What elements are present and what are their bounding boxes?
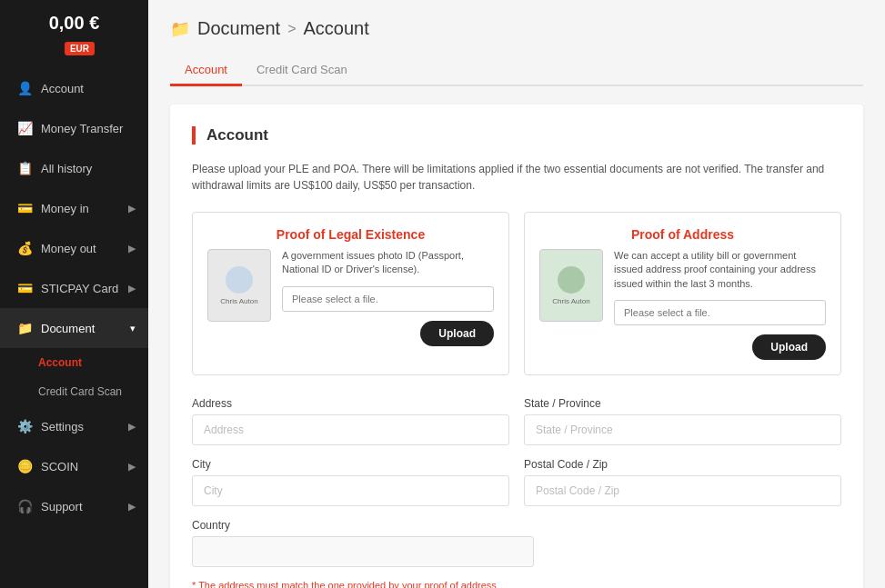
sidebar-item-label: Money Transfer — [41, 122, 123, 135]
ple-upload-button[interactable]: Upload — [420, 321, 494, 346]
support-icon: 🎧 — [15, 497, 34, 515]
poa-body: Chris Auton We can accept a utility bill… — [539, 249, 826, 360]
main-content: 📁 Document > Account Account Credit Card… — [148, 0, 885, 588]
sub-item-label: Credit Card Scan — [38, 385, 122, 398]
poa-avatar-image: Chris Auton — [539, 249, 603, 322]
sidebar: 0,00 € EUR 👤 Account 📈 Money Transfer 📋 … — [0, 0, 148, 588]
address-note: * The address must match the one provide… — [192, 580, 841, 588]
sidebar-item-settings[interactable]: ⚙️ Settings ▶ — [0, 406, 148, 446]
breadcrumb: 📁 Document > Account — [170, 18, 863, 39]
ple-avatar-image: Chris Auton — [207, 249, 271, 322]
money-in-icon: 💳 — [15, 199, 34, 217]
country-row: Country Austria — [192, 519, 841, 567]
chevron-down-icon: ▾ — [130, 323, 136, 334]
city-input[interactable] — [192, 475, 509, 506]
state-label: State / Province — [524, 397, 841, 410]
breadcrumb-icon: 📁 — [170, 19, 190, 39]
notice-text: Please upload your PLE and POA. There wi… — [192, 161, 841, 194]
balance-display: 0,00 € — [0, 0, 148, 39]
chevron-right-icon: ▶ — [128, 421, 136, 433]
country-label: Country — [192, 519, 534, 532]
address-input[interactable] — [192, 414, 509, 445]
tab-account[interactable]: Account — [170, 55, 242, 86]
poa-title: Proof of Address — [539, 227, 826, 242]
state-input[interactable] — [524, 414, 841, 445]
sub-item-label: Account — [38, 356, 82, 369]
section-title: Account — [192, 126, 841, 145]
sidebar-item-scoin[interactable]: 🪙 SCOIN ▶ — [0, 446, 148, 486]
history-icon: 📋 — [15, 159, 34, 177]
sidebar-item-label: SCOIN — [41, 460, 78, 473]
city-group: City — [192, 458, 509, 506]
sidebar-item-label: All history — [41, 162, 92, 175]
sidebar-item-label: Support — [41, 500, 83, 513]
poa-card: Proof of Address Chris Auton We can acce… — [524, 212, 841, 375]
ple-body: Chris Auton A government issues photo ID… — [207, 249, 494, 346]
country-input[interactable]: Austria — [192, 536, 534, 567]
breadcrumb-current: Account — [304, 18, 369, 39]
document-icon: 📁 — [15, 319, 34, 337]
document-upload-section: Proof of Legal Existence Chris Auton A g… — [192, 212, 841, 375]
sidebar-sub-item-account[interactable]: Account — [0, 348, 148, 377]
ple-file-input[interactable] — [282, 286, 494, 312]
postal-input[interactable] — [524, 475, 841, 506]
sidebar-item-money-in[interactable]: 💳 Money in ▶ — [0, 188, 148, 228]
content-card: Account Please upload your PLE and POA. … — [170, 105, 863, 588]
card-icon: 💳 — [15, 279, 34, 297]
sidebar-item-label: STICPAY Card — [41, 282, 118, 295]
poa-file-input[interactable] — [614, 300, 826, 325]
postal-label: Postal Code / Zip — [524, 458, 841, 471]
chevron-right-icon: ▶ — [128, 283, 136, 294]
ple-avatar-name: Chris Auton — [220, 297, 257, 305]
sidebar-item-money-out[interactable]: 💰 Money out ▶ — [0, 228, 148, 268]
sidebar-item-label: Account — [41, 82, 84, 95]
sidebar-item-account[interactable]: 👤 Account — [0, 68, 148, 108]
sidebar-item-money-transfer[interactable]: 📈 Money Transfer — [0, 108, 148, 148]
sidebar-item-label: Settings — [41, 420, 84, 434]
sidebar-item-document[interactable]: 📁 Document ▾ — [0, 308, 148, 348]
settings-icon: ⚙️ — [15, 417, 34, 435]
city-label: City — [192, 458, 509, 471]
sidebar-item-all-history[interactable]: 📋 All history — [0, 148, 148, 188]
sidebar-item-sticpay-card[interactable]: 💳 STICPAY Card ▶ — [0, 268, 148, 308]
ple-right: A government issues photo ID (Passport, … — [282, 249, 494, 346]
poa-avatar-name: Chris Auton — [552, 297, 589, 305]
ple-avatar-circle — [226, 266, 253, 294]
city-postal-row: City Postal Code / Zip — [192, 458, 841, 506]
address-group: Address — [192, 397, 509, 445]
address-label: Address — [192, 397, 509, 410]
sidebar-item-support[interactable]: 🎧 Support ▶ — [0, 486, 148, 526]
postal-group: Postal Code / Zip — [524, 458, 841, 506]
poa-avatar-circle — [558, 266, 585, 294]
ple-title: Proof of Legal Existence — [207, 227, 494, 242]
address-state-row: Address State / Province — [192, 397, 841, 445]
account-icon: 👤 — [15, 79, 34, 97]
tab-bar: Account Credit Card Scan — [170, 55, 863, 86]
poa-description: We can accept a utility bill or governme… — [614, 249, 826, 291]
sidebar-item-label: Money out — [41, 242, 96, 255]
chevron-right-icon: ▶ — [128, 203, 136, 214]
sidebar-item-label: Money in — [41, 202, 89, 215]
sidebar-item-label: Document — [41, 322, 95, 335]
scoin-icon: 🪙 — [15, 457, 34, 475]
chevron-right-icon: ▶ — [128, 501, 136, 513]
currency-badge: EUR — [65, 42, 95, 55]
ple-description: A government issues photo ID (Passport, … — [282, 249, 494, 277]
money-transfer-icon: 📈 — [15, 119, 34, 137]
state-group: State / Province — [524, 397, 841, 445]
poa-avatar: Chris Auton — [539, 249, 603, 322]
chevron-right-icon: ▶ — [128, 461, 136, 473]
ple-card: Proof of Legal Existence Chris Auton A g… — [192, 212, 509, 375]
poa-right: We can accept a utility bill or governme… — [614, 249, 826, 360]
sidebar-sub-item-credit-card[interactable]: Credit Card Scan — [0, 377, 148, 406]
money-out-icon: 💰 — [15, 239, 34, 257]
poa-upload-button[interactable]: Upload — [752, 334, 826, 360]
ple-avatar: Chris Auton — [207, 249, 271, 322]
chevron-right-icon: ▶ — [128, 243, 136, 254]
tab-credit-card-scan[interactable]: Credit Card Scan — [242, 55, 362, 86]
breadcrumb-parent: Document — [197, 18, 280, 39]
breadcrumb-separator: > — [287, 21, 296, 37]
country-group: Country Austria — [192, 519, 534, 567]
